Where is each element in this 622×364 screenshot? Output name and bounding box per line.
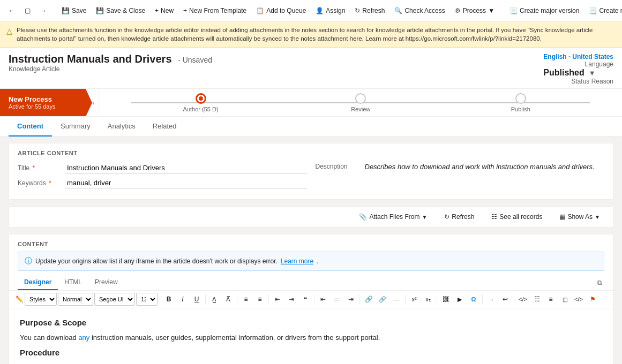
subscript-button[interactable]: x₂ xyxy=(422,293,434,306)
blockquote-button[interactable]: ❝ xyxy=(299,293,312,306)
styles-select[interactable]: Styles xyxy=(25,293,57,306)
step-publish[interactable]: Publish xyxy=(440,93,601,112)
source-button[interactable]: </> xyxy=(516,293,529,306)
back-button[interactable]: ← xyxy=(4,5,19,17)
language-label: Language xyxy=(543,60,613,68)
show-as-button[interactable]: ▦ Show As ▼ xyxy=(555,211,604,223)
link-button[interactable]: 🔗 xyxy=(362,293,375,306)
content-section: CONTENT ⓘ Update your origins allow list… xyxy=(9,234,613,364)
refresh-button[interactable]: ↻ Refresh xyxy=(350,5,389,17)
title-input[interactable] xyxy=(65,163,307,173)
editor-content[interactable]: Purpose & Scope You can download any ins… xyxy=(9,308,613,364)
add-queue-icon: 📋 xyxy=(256,7,264,14)
step-review-label: Review xyxy=(351,106,370,112)
et-sep2 xyxy=(205,294,206,304)
unlink-button[interactable]: 🔗 xyxy=(376,293,389,306)
step-author[interactable]: Author (55 D) xyxy=(121,93,281,112)
desktop-icon-button[interactable]: ▢ xyxy=(20,5,35,17)
tab-related[interactable]: Related xyxy=(144,117,185,136)
align-center-button[interactable]: ═ xyxy=(331,293,343,306)
status-chevron-icon[interactable]: ▼ xyxy=(589,69,596,77)
step-publish-circle xyxy=(515,93,526,104)
highlight-button[interactable]: A̲ xyxy=(208,293,221,306)
step-review-circle xyxy=(355,93,366,104)
tab-summary[interactable]: Summary xyxy=(52,117,99,136)
description-value: Describes how to download and work with … xyxy=(365,163,595,171)
undo-button[interactable]: ↩ xyxy=(499,293,512,306)
attachments-bar: 📎 Attach Files From ▼ ↻ Refresh ☷ See al… xyxy=(9,206,613,228)
step-author-circle xyxy=(196,93,206,104)
assign-button[interactable]: 👤 Assign xyxy=(311,5,349,17)
tab-analytics[interactable]: Analytics xyxy=(99,117,144,136)
align-left-button[interactable]: ⇤ xyxy=(317,293,329,306)
attachments-refresh-button[interactable]: ↻ Refresh xyxy=(440,211,478,223)
tab-designer[interactable]: Designer xyxy=(18,275,58,290)
process-button[interactable]: ⚙ Process ▼ xyxy=(451,5,499,17)
save-icon: 💾 xyxy=(62,7,70,14)
superscript-button[interactable]: x² xyxy=(408,293,421,306)
embed-button[interactable]: ▶ xyxy=(453,293,466,306)
language-value[interactable]: English - United States xyxy=(543,53,613,60)
indent-button[interactable]: ⇥ xyxy=(285,293,298,306)
numbered-list-button[interactable]: ≡ xyxy=(253,293,266,306)
heading-purpose: Purpose & Scope xyxy=(20,317,602,329)
hr-button[interactable]: — xyxy=(390,293,403,306)
align-right-button[interactable]: ⇥ xyxy=(344,293,357,306)
font-select[interactable]: Segoe UI xyxy=(94,293,135,306)
save-button[interactable]: 💾 Save xyxy=(57,5,91,17)
warning-banner: △ Please use the attachments function in… xyxy=(0,21,622,48)
underline-button[interactable]: U xyxy=(190,293,203,306)
add-to-queue-button[interactable]: 📋 Add to Queue xyxy=(252,5,310,17)
create-minor-button[interactable]: 📃 Create minor version xyxy=(584,5,622,17)
article-content-section: ARTICLE CONTENT Title * Keywords * xyxy=(9,143,613,200)
table-button[interactable]: ☷ xyxy=(530,293,543,306)
keywords-input[interactable] xyxy=(65,178,307,188)
special-char-button[interactable]: Ω xyxy=(467,293,480,306)
format2-button[interactable]: ◫ xyxy=(558,293,571,306)
image-button[interactable]: 🖼 xyxy=(439,293,452,306)
content-section-title: CONTENT xyxy=(9,234,613,252)
code-button[interactable]: </> xyxy=(572,293,585,306)
step-review[interactable]: Review xyxy=(281,93,441,112)
create-major-button[interactable]: 📃 Create major version xyxy=(505,5,583,17)
et-sep6 xyxy=(359,294,360,304)
tab-preview[interactable]: Preview xyxy=(88,275,124,290)
list2-button[interactable]: ≡ xyxy=(544,293,557,306)
create-major-icon: 📃 xyxy=(509,7,518,14)
outdent-button[interactable]: ⇤ xyxy=(271,293,284,306)
step-publish-label: Publish xyxy=(511,106,530,112)
status-value: Published xyxy=(543,68,584,78)
italic-button[interactable]: I xyxy=(176,293,189,306)
process-stage: New Process Active for 55 days xyxy=(0,89,86,116)
bullet-list-button[interactable]: ≡ xyxy=(239,293,252,306)
desktop-icon: ▢ xyxy=(25,7,31,14)
check-access-button[interactable]: 🔍 Check Access xyxy=(390,5,449,17)
ltr-button[interactable]: → xyxy=(485,293,498,306)
tab-html[interactable]: HTML xyxy=(58,275,88,290)
expand-icon[interactable]: ⧉ xyxy=(595,277,604,289)
warning-icon: △ xyxy=(6,26,12,37)
font-color-button[interactable]: A̅ xyxy=(222,293,235,306)
size-select[interactable]: 12 xyxy=(136,293,158,306)
et-sep7 xyxy=(405,294,406,304)
info-period: . xyxy=(317,257,318,265)
flag-button[interactable]: ⚑ xyxy=(586,293,599,306)
header-right: English - United States Language Publish… xyxy=(543,53,613,85)
left-fields: Title * Keywords * xyxy=(18,161,307,191)
main-tabs: Content Summary Analytics Related xyxy=(0,117,622,136)
learn-more-link[interactable]: Learn more xyxy=(281,257,313,265)
bold-button[interactable]: B xyxy=(162,293,175,306)
article-section-title: ARTICLE CONTENT xyxy=(9,143,613,161)
tab-content[interactable]: Content xyxy=(9,117,52,136)
step-author-label: Author (55 D) xyxy=(183,106,219,112)
see-all-records-button[interactable]: ☷ See all records xyxy=(487,211,546,223)
back-icon: ← xyxy=(9,7,15,14)
format-select[interactable]: Normal xyxy=(58,293,93,306)
save-close-button[interactable]: 💾 Save & Close xyxy=(92,5,149,17)
assign-icon: 👤 xyxy=(316,7,324,14)
attach-files-button[interactable]: 📎 Attach Files From ▼ xyxy=(355,211,431,223)
forward-button[interactable]: → xyxy=(36,5,51,17)
et-sep4 xyxy=(268,294,269,304)
new-button[interactable]: + New xyxy=(151,5,178,17)
new-from-template-button[interactable]: + New From Template xyxy=(179,5,251,17)
